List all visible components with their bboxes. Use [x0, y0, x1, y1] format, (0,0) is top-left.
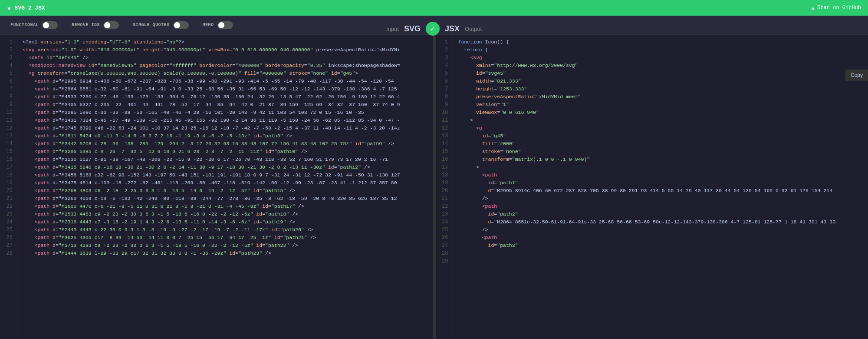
- left-line-numbers: 1234567891011121314151617181920212223242…: [0, 35, 17, 339]
- star-icon: ★: [7, 3, 11, 12]
- toggle-remove-ids-switch[interactable]: [103, 21, 119, 29]
- input-label: Input: [386, 26, 399, 32]
- toggle-functional-label: FUNCTIONAL: [10, 23, 39, 27]
- right-code-area[interactable]: 1234567891011121314151617181920212223242…: [436, 35, 868, 339]
- right-code-content[interactable]: function Icon() { return ( <svg xmlns="h…: [453, 35, 868, 339]
- toggle-single-quotes-switch[interactable]: [173, 21, 189, 29]
- toggle-functional[interactable]: FUNCTIONAL: [10, 21, 58, 29]
- right-panel: Copy 12345678910111213141516171819202122…: [436, 35, 868, 339]
- check-icon: ✓: [426, 22, 440, 36]
- app-title: SVG 2 JSX: [15, 5, 45, 11]
- github-star-label[interactable]: Star on GitHub: [817, 5, 861, 11]
- left-code-content[interactable]: <?xml version="1.0" encoding="UTF-8" sta…: [17, 35, 433, 339]
- toggle-memo-switch[interactable]: [217, 21, 233, 29]
- top-bar-left: ★ SVG 2 JSX: [7, 3, 45, 12]
- right-line-numbers: 1234567891011121314151617181920212223242…: [436, 35, 453, 339]
- main-panels: 1234567891011121314151617181920212223242…: [0, 35, 868, 339]
- toggle-single-quotes-label: SINGLE QUOTES: [133, 23, 170, 27]
- toggle-functional-switch[interactable]: [42, 21, 58, 29]
- toggle-memo-label: MEMO: [203, 23, 214, 27]
- github-star-icon: ★: [811, 4, 815, 12]
- toggle-remove-ids-label: REMOVE IDS: [72, 23, 100, 27]
- toggle-remove-ids[interactable]: REMOVE IDS: [72, 21, 119, 29]
- output-label: Output: [465, 26, 482, 32]
- left-panel: 1234567891011121314151617181920212223242…: [0, 35, 433, 339]
- copy-button[interactable]: Copy: [845, 70, 868, 81]
- top-bar-right[interactable]: ★ Star on GitHub: [811, 4, 861, 12]
- toggle-single-quotes[interactable]: SINGLE QUOTES: [133, 21, 189, 29]
- toggle-bar: FUNCTIONAL REMOVE IDS SINGLE QUOTES MEMO…: [0, 16, 868, 35]
- toggle-memo[interactable]: MEMO: [203, 21, 233, 29]
- svg-type-label: SVG: [404, 24, 421, 33]
- jsx-type-label: JSX: [445, 24, 460, 33]
- left-code-area[interactable]: 1234567891011121314151617181920212223242…: [0, 35, 433, 339]
- top-bar: ★ SVG 2 JSX ★ Star on GitHub: [0, 0, 868, 16]
